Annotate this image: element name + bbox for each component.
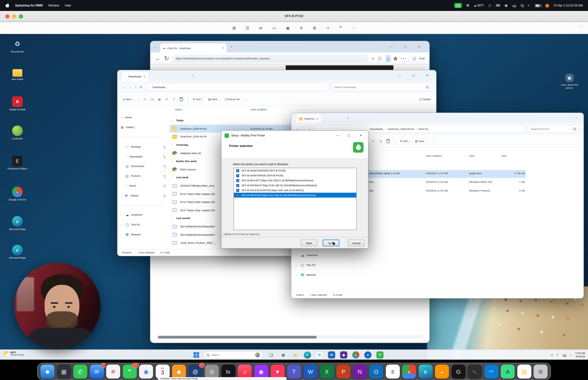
learn-about-picture-widget[interactable]: ▣ Learn about this picture (559, 74, 581, 90)
desktop-icon-adobe-acrobat[interactable]: A Adobe Acrobat (5, 96, 29, 111)
dock-icon[interactable]: T (287, 364, 301, 378)
grid-icon[interactable]: ▦ (505, 4, 508, 7)
next-button[interactable]: Next (323, 240, 340, 246)
focus-moon-icon[interactable]: ☾ (556, 353, 559, 357)
read-aloud-icon[interactable]: A) (372, 57, 374, 60)
splashtop-title-bar[interactable]: SFX-B-PC02 (0, 11, 588, 22)
monitor-menu-icon[interactable]: ⊟ (246, 25, 249, 30)
wifi-icon[interactable] (512, 4, 516, 7)
dock-icon[interactable]: ✉ 4 (90, 364, 104, 378)
sort-button[interactable]: ⇅ Sort ⌄ (400, 140, 410, 143)
sidebar-item[interactable]: › ▦ Network (294, 270, 362, 280)
status-dot-icon[interactable] (546, 3, 549, 7)
sidebar-item[interactable]: › ▦ Network (118, 229, 169, 239)
settings-more-icon[interactable]: ⋯ (400, 55, 406, 62)
dock-icon[interactable]: Fri 3 (155, 364, 170, 378)
copy-icon[interactable]: ❏ (379, 140, 382, 143)
group-chevron-icon[interactable]: ⌄ (171, 176, 173, 179)
downloads-tab[interactable]: ↓ Downloads ✕ (122, 72, 148, 81)
resize-icon[interactable]: ⊞ (313, 25, 316, 30)
battery-icon[interactable] (535, 4, 541, 7)
start-button[interactable] (193, 352, 199, 358)
taskbar-app-icon[interactable]: ❏ (267, 351, 275, 359)
dock-icon[interactable]: ◒ (435, 364, 449, 378)
crumb-printfix[interactable]: Print Fix (418, 128, 428, 130)
moneyline-icon[interactable]: M (467, 4, 469, 7)
tray-chevron-icon[interactable]: ∧ (551, 353, 553, 357)
printer-option[interactable]: ✓ SFX-B-GRAFXDESIGN [SFX-B-PC05] (234, 168, 357, 173)
disconnect-icon[interactable]: ⊠ (232, 25, 236, 30)
dock-icon[interactable]: O (369, 364, 383, 378)
desktop-icon-microsoft-edge-2[interactable]: e Microsoft Edge (5, 245, 29, 260)
file-transfer-icon[interactable]: ⇨ (326, 25, 330, 30)
checkbox-checked-icon[interactable]: ✓ (236, 169, 239, 172)
crumb-onedrive-folder[interactable]: OneDrive_2026-04-03 (388, 128, 414, 130)
new-tab-button[interactable]: + (230, 45, 232, 49)
dock-icon[interactable]: ❋ (106, 364, 120, 378)
printer-option[interactable]: ✓ SFX-B-INVRIGHT [http://192.168.28.163:… (234, 183, 357, 188)
close-icon[interactable]: ✕ (355, 131, 367, 140)
dock-icon[interactable]: ◎ (205, 364, 219, 378)
dock-icon[interactable]: ▦ (57, 364, 71, 378)
taskbar-app-icon[interactable]: ⊞ (316, 351, 323, 359)
minimize-icon[interactable]: — (332, 131, 343, 140)
weather-cloud-icon[interactable]: ☁ 69°F (474, 4, 484, 7)
printer-option[interactable]: ✓ SFX-B-SALESCOUNTER [http://192.168.23.… (234, 188, 357, 193)
dock-icon[interactable]: W (303, 364, 318, 378)
dock-icon[interactable]: e (418, 364, 433, 378)
printer-list[interactable]: ✓ SFX-B-GRAFXDESIGN [SFX-B-PC05] ✓ SFX-B… (234, 168, 357, 230)
printer-option[interactable]: ✓ SFX-B-SERVICE [http://192.168.28.200:8… (234, 193, 357, 198)
dock-icon[interactable]: ✆ (73, 364, 87, 378)
scrollbar-thumb[interactable] (158, 336, 317, 338)
search-box[interactable] (331, 83, 432, 91)
dock-icon[interactable]: ♯ (386, 364, 400, 378)
sidebar-item[interactable] (118, 132, 169, 142)
sort-button[interactable]: ⇅ Sort ⌄ (193, 98, 203, 101)
sidebar-item[interactable]: › ▢ This PC (294, 260, 362, 270)
display-icon[interactable]: ▭ (272, 25, 276, 30)
checkbox-checked-icon[interactable]: ✓ (236, 179, 239, 182)
details-button[interactable]: ◫ Details (419, 98, 431, 101)
desktop-icon-enterprise-edition[interactable]: E Enterprise Edition (5, 156, 29, 171)
forward-icon[interactable]: → (129, 85, 132, 89)
profile-avatar[interactable] (394, 57, 397, 60)
taskbar-app-icon[interactable]: ▣ (279, 351, 287, 359)
printer-option[interactable]: ✓ SFX-B-INVLEFT [http://192.168.21.29:80… (234, 178, 357, 183)
forward-icon[interactable]: → (302, 127, 305, 131)
desktop-icon-new-folder[interactable]: New folder (5, 67, 29, 81)
up-icon[interactable]: ↑ (135, 85, 136, 89)
sidebar-item[interactable]: ▣ Gallery (118, 122, 169, 132)
chat-icon[interactable] (413, 57, 416, 60)
chevron-right-icon[interactable]: › (121, 223, 123, 226)
checkbox-checked-icon[interactable]: ✓ (236, 193, 239, 197)
dock-icon[interactable]: ⚙ (533, 364, 548, 378)
tab-close-icon[interactable]: ✕ (316, 117, 318, 120)
sidebar-item[interactable]: ▧ Pictures (118, 171, 169, 181)
taskbar-app-icon[interactable]: P (376, 351, 384, 359)
delete-icon[interactable] (387, 140, 390, 143)
maximize-icon[interactable]: ▢ (404, 45, 407, 48)
taskbar-app-icon[interactable]: ● (352, 351, 360, 359)
chat-button[interactable]: Chat (419, 57, 425, 60)
extract-all-button[interactable]: ❏ Extract all (225, 98, 239, 101)
keyboard-icon[interactable]: ⌨ (496, 4, 500, 7)
chat-icon[interactable]: ❞ (340, 25, 342, 30)
cut-icon[interactable]: ✂ (372, 140, 375, 143)
more-icon[interactable]: ⋯ (244, 98, 247, 101)
maximize-icon[interactable]: ▢ (343, 131, 355, 140)
sidebar-item[interactable]: ♪ Music (118, 181, 169, 190)
column-header-size[interactable]: Size (501, 154, 506, 157)
volume-icon[interactable]: ♪ (570, 353, 572, 357)
taskbar-search[interactable] (203, 351, 263, 359)
menu-app-name[interactable]: Splashtop for RMM (15, 4, 43, 7)
sidebar-item[interactable]: › ☁ OneDrive (294, 250, 362, 260)
chevron-right-icon[interactable]: › (296, 264, 299, 266)
taskbar-app-icon[interactable]: ✉ (328, 351, 336, 359)
taskbar-app-icon[interactable]: ▨ (291, 351, 299, 359)
back-icon[interactable]: ← (122, 85, 125, 89)
new-button[interactable]: ⊕ New ⌄ (123, 98, 133, 101)
dock-icon[interactable]: ▤ (517, 364, 531, 378)
column-header-date[interactable]: Date modified (426, 154, 442, 157)
taskbar-weather[interactable]: 65°F Mostly cloudy (4, 351, 24, 356)
dock-icon[interactable]: ◆ (172, 364, 186, 378)
